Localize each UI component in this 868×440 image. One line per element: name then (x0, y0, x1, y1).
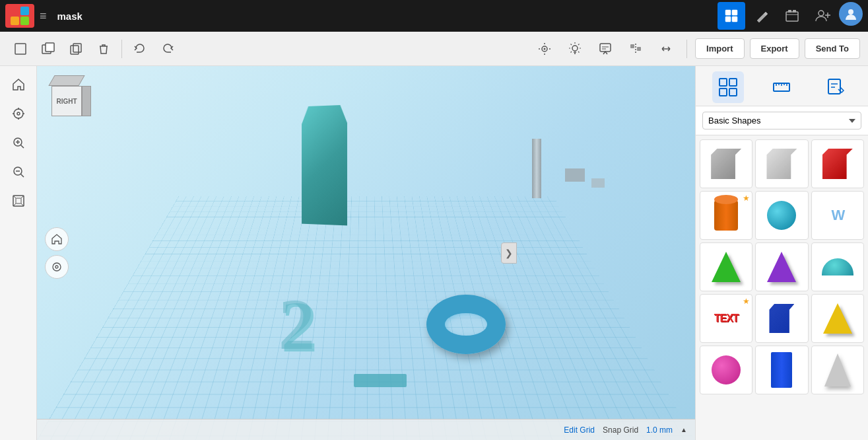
projects-button[interactable] (778, 2, 806, 30)
svg-rect-11 (46, 43, 54, 52)
svg-rect-30 (719, 79, 727, 86)
annotation-button[interactable] (593, 36, 618, 61)
shape-card-box-gray[interactable] (700, 139, 752, 188)
cube-front-face: RIGHT (51, 86, 82, 116)
number-2-base (354, 374, 407, 387)
svg-rect-4 (786, 12, 798, 21)
shape-card-sphere-pink[interactable] (700, 346, 752, 394)
duplicate-button[interactable] (63, 36, 88, 61)
delete-button[interactable] (91, 36, 116, 61)
panel-tabs (696, 66, 868, 106)
shape-card-pyramid-purple[interactable] (755, 242, 808, 291)
export-button[interactable]: Export (750, 38, 799, 59)
undo-button[interactable] (127, 36, 152, 61)
new-button[interactable] (8, 36, 33, 61)
tab-ruler[interactable] (766, 71, 797, 103)
svg-point-26 (53, 263, 61, 271)
shape-selector: Basic Shapes Featured Shapes Letters Num… (696, 106, 868, 135)
toolbar: Import Export Send To (0, 32, 868, 66)
cylinder-shape (714, 200, 738, 231)
text-shape: W (831, 207, 844, 224)
orientation-label: RIGHT (56, 98, 77, 105)
camera-view-button[interactable] (532, 36, 557, 61)
light-button[interactable] (562, 36, 587, 61)
shapes-grid: ★ W ★ TEXT (696, 135, 868, 398)
build-button[interactable] (748, 2, 776, 30)
select-tool[interactable] (5, 100, 32, 127)
svg-rect-13 (73, 44, 81, 52)
svg-rect-2 (725, 17, 731, 22)
grid-view-button[interactable] (718, 2, 745, 30)
shape-card-box-red[interactable] (811, 139, 864, 188)
align-button[interactable] (623, 36, 648, 61)
tinkercad-logo[interactable] (5, 4, 34, 28)
svg-rect-18 (630, 44, 634, 48)
add-collaborator-button[interactable] (809, 2, 836, 30)
tab-notes[interactable] (820, 71, 851, 103)
shape-card-box-blue-tall[interactable] (755, 346, 808, 394)
shape-card-box-light[interactable] (755, 139, 808, 188)
shape-card-text[interactable]: W (811, 191, 864, 240)
zoom-in-tool[interactable] (5, 129, 32, 156)
small-box-2 (591, 178, 605, 188)
cube-top-face (48, 75, 84, 86)
shape-card-cone-gray[interactable] (811, 346, 864, 394)
svg-rect-9 (15, 44, 26, 54)
svg-rect-19 (637, 47, 641, 51)
shape-card-sphere[interactable] (755, 191, 808, 240)
svg-point-20 (14, 109, 23, 118)
home-tool[interactable] (5, 71, 32, 98)
number-2-shape: 2 2 (275, 272, 380, 367)
edit-grid-label[interactable]: Edit Grid (564, 425, 595, 435)
svg-point-21 (17, 112, 20, 115)
svg-rect-35 (828, 79, 840, 94)
svg-rect-25 (16, 198, 21, 203)
text-red-shape: TEXT (714, 312, 739, 324)
redo-button[interactable] (155, 36, 180, 61)
fit-view-button[interactable] (45, 255, 69, 279)
shape-card-half-sphere[interactable] (811, 242, 864, 291)
perspective-tool[interactable] (5, 188, 32, 214)
shape-card-pyramid-green[interactable] (700, 242, 752, 291)
svg-rect-17 (600, 44, 611, 52)
zoom-out-tool[interactable] (5, 159, 32, 185)
svg-text:2: 2 (279, 284, 315, 365)
orientation-cube[interactable]: RIGHT (45, 74, 98, 127)
shape-type-select[interactable]: Basic Shapes Featured Shapes Letters Num… (702, 112, 861, 129)
shape-card-pyramid-yellow[interactable] (811, 294, 864, 343)
topbar: ≡ mask (0, 0, 868, 32)
svg-point-27 (55, 266, 58, 268)
shape-card-text-red[interactable]: ★ TEXT (700, 294, 752, 343)
star-badge: ★ (743, 194, 750, 203)
svg-rect-31 (729, 79, 737, 86)
viewport[interactable]: RIGHT 2 (37, 66, 695, 440)
svg-point-8 (848, 9, 853, 15)
viewport-nav (45, 227, 69, 279)
snap-grid-value[interactable]: 1.0 mm (646, 425, 673, 435)
avatar-button[interactable] (839, 2, 863, 26)
tab-grid[interactable] (712, 71, 744, 103)
gray-cylinder (532, 139, 541, 198)
hamburger-menu[interactable]: ≡ (40, 9, 47, 23)
shape-card-cube-blue[interactable] (755, 294, 808, 343)
snap-grid-up[interactable]: ▲ (681, 426, 687, 433)
flip-button[interactable] (653, 36, 679, 61)
teal-shape (302, 105, 347, 226)
box-light-shape (766, 149, 797, 179)
import-button[interactable]: Import (695, 38, 744, 59)
cube-right-face (82, 86, 91, 116)
small-box-1 (565, 168, 585, 182)
cone-gray-shape (824, 353, 851, 386)
svg-rect-6 (793, 10, 796, 13)
shape-card-cylinder[interactable]: ★ (700, 191, 752, 240)
svg-rect-33 (729, 89, 737, 96)
send-to-button[interactable]: Send To (805, 38, 860, 59)
svg-rect-0 (725, 10, 731, 15)
panel-collapse-button[interactable]: ❯ (501, 242, 517, 264)
sphere-shape (767, 201, 796, 230)
torus-shape (420, 285, 512, 364)
svg-rect-5 (788, 10, 791, 13)
copy-flat-button[interactable] (36, 36, 61, 61)
left-sidebar (0, 66, 37, 440)
home-view-button[interactable] (45, 227, 69, 251)
